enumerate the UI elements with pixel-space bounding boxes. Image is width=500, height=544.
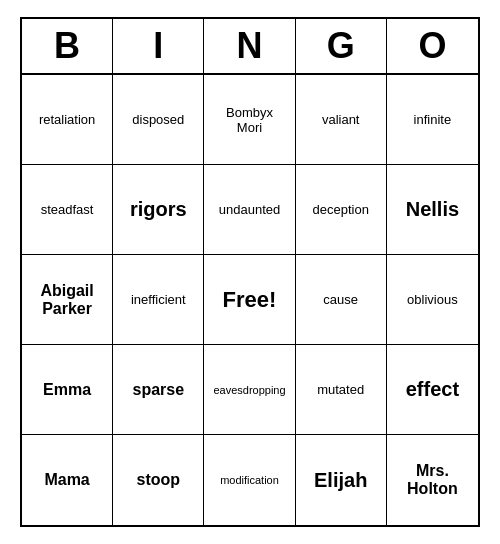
bingo-cell: rigors <box>113 165 204 255</box>
bingo-cell: disposed <box>113 75 204 165</box>
bingo-cell: inefficient <box>113 255 204 345</box>
header-letter: B <box>22 19 113 73</box>
bingo-cell: Mama <box>22 435 113 525</box>
bingo-cell: sparse <box>113 345 204 435</box>
bingo-header: BINGO <box>22 19 478 75</box>
bingo-cell: valiant <box>296 75 387 165</box>
bingo-cell: eavesdropping <box>204 345 295 435</box>
bingo-cell: oblivious <box>387 255 478 345</box>
bingo-cell: infinite <box>387 75 478 165</box>
header-letter: N <box>204 19 295 73</box>
bingo-cell: effect <box>387 345 478 435</box>
bingo-cell: BombyxMori <box>204 75 295 165</box>
bingo-cell: Free! <box>204 255 295 345</box>
bingo-cell: retaliation <box>22 75 113 165</box>
bingo-cell: Mrs.Holton <box>387 435 478 525</box>
bingo-cell: steadfast <box>22 165 113 255</box>
header-letter: O <box>387 19 478 73</box>
bingo-cell: modification <box>204 435 295 525</box>
bingo-cell: AbigailParker <box>22 255 113 345</box>
bingo-cell: Emma <box>22 345 113 435</box>
bingo-grid: retaliationdisposedBombyxMorivaliantinfi… <box>22 75 478 525</box>
bingo-card: BINGO retaliationdisposedBombyxMorivalia… <box>20 17 480 527</box>
bingo-cell: Elijah <box>296 435 387 525</box>
bingo-cell: cause <box>296 255 387 345</box>
bingo-cell: mutated <box>296 345 387 435</box>
header-letter: I <box>113 19 204 73</box>
bingo-cell: Nellis <box>387 165 478 255</box>
bingo-cell: stoop <box>113 435 204 525</box>
header-letter: G <box>296 19 387 73</box>
bingo-cell: deception <box>296 165 387 255</box>
bingo-cell: undaunted <box>204 165 295 255</box>
